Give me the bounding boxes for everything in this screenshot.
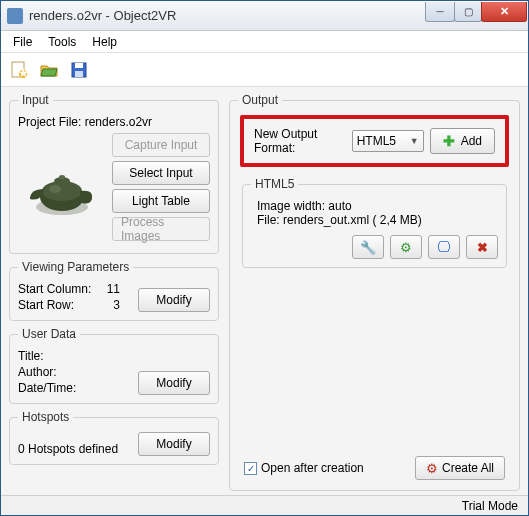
svg-rect-5 bbox=[75, 71, 83, 77]
window-controls: ─ ▢ ✕ bbox=[426, 2, 527, 22]
project-file-label: Project File: bbox=[18, 115, 81, 129]
image-width-text: Image width: auto bbox=[251, 199, 498, 213]
input-preview bbox=[18, 133, 106, 245]
maximize-icon: ▢ bbox=[464, 6, 473, 17]
create-all-label: Create All bbox=[442, 461, 494, 475]
userdata-modify-button[interactable]: Modify bbox=[138, 371, 210, 395]
input-group: Input Project File: renders.o2vr bbox=[9, 93, 219, 254]
open-after-creation-checkbox[interactable]: ✓ Open after creation bbox=[244, 461, 364, 475]
content-area: Input Project File: renders.o2vr bbox=[1, 87, 528, 495]
project-file-value: renders.o2vr bbox=[85, 115, 152, 129]
html5-output-group: HTML5 Image width: auto File: renders_ou… bbox=[242, 177, 507, 268]
user-data-group: User Data Title: Author: Date/Time: Modi… bbox=[9, 327, 219, 404]
chevron-down-icon: ▼ bbox=[410, 136, 419, 146]
project-file-row: Project File: renders.o2vr bbox=[18, 115, 210, 129]
close-icon: ✕ bbox=[500, 5, 509, 18]
save-icon bbox=[69, 60, 89, 80]
start-row-label: Start Row: bbox=[18, 298, 74, 312]
menu-help[interactable]: Help bbox=[84, 33, 125, 51]
hotspots-modify-button[interactable]: Modify bbox=[138, 432, 210, 456]
new-output-format-label: New Output Format: bbox=[254, 127, 346, 155]
teapot-icon bbox=[22, 159, 102, 219]
user-data-legend: User Data bbox=[18, 327, 80, 341]
output-preview-button[interactable]: 🖵 bbox=[428, 235, 460, 259]
capture-input-button: Capture Input bbox=[112, 133, 210, 157]
svg-rect-4 bbox=[75, 63, 83, 68]
file-line-text: File: renders_out.xml ( 2,4 MB) bbox=[251, 213, 498, 227]
open-after-label: Open after creation bbox=[261, 461, 364, 475]
output-format-value: HTML5 bbox=[357, 134, 396, 148]
hotspots-text: 0 Hotspots defined bbox=[18, 442, 118, 456]
open-project-button[interactable] bbox=[37, 58, 61, 82]
menubar: File Tools Help bbox=[1, 31, 528, 53]
left-column: Input Project File: renders.o2vr bbox=[9, 93, 219, 491]
menu-tools[interactable]: Tools bbox=[40, 33, 84, 51]
svg-point-11 bbox=[49, 185, 61, 193]
folder-open-icon bbox=[39, 60, 59, 80]
minimize-button[interactable]: ─ bbox=[425, 2, 455, 22]
select-input-button[interactable]: Select Input bbox=[112, 161, 210, 185]
right-column: Output New Output Format: HTML5 ▼ ✚ Add … bbox=[229, 93, 520, 491]
statusbar: Trial Mode bbox=[1, 495, 528, 515]
output-settings-button[interactable]: 🔧 bbox=[352, 235, 384, 259]
new-file-icon: ★ bbox=[9, 60, 29, 80]
viewing-parameters-group: Viewing Parameters Start Column:11 Start… bbox=[9, 260, 219, 321]
save-project-button[interactable] bbox=[67, 58, 91, 82]
html5-legend: HTML5 bbox=[251, 177, 298, 191]
menu-file[interactable]: File bbox=[5, 33, 40, 51]
gear-green-icon: ⚙ bbox=[400, 240, 412, 255]
title-label: Title: bbox=[18, 349, 138, 363]
window-title: renders.o2vr - Object2VR bbox=[29, 8, 426, 23]
author-label: Author: bbox=[18, 365, 138, 379]
titlebar: renders.o2vr - Object2VR ─ ▢ ✕ bbox=[1, 1, 528, 31]
start-column-label: Start Column: bbox=[18, 282, 91, 296]
maximize-button[interactable]: ▢ bbox=[454, 2, 482, 22]
output-footer: ✓ Open after creation ⚙ Create All bbox=[238, 452, 511, 482]
output-delete-button[interactable]: ✖ bbox=[466, 235, 498, 259]
gears-icon: ⚙ bbox=[426, 461, 438, 476]
output-legend: Output bbox=[238, 93, 282, 107]
svg-text:★: ★ bbox=[18, 66, 29, 80]
toolbar: ★ bbox=[1, 53, 528, 87]
plus-icon: ✚ bbox=[443, 133, 455, 149]
minimize-icon: ─ bbox=[436, 6, 443, 17]
add-output-button[interactable]: ✚ Add bbox=[430, 128, 495, 154]
start-row-value: 3 bbox=[113, 298, 138, 312]
light-table-button[interactable]: Light Table bbox=[112, 189, 210, 213]
new-output-highlight: New Output Format: HTML5 ▼ ✚ Add bbox=[240, 115, 509, 167]
monitor-icon: 🖵 bbox=[437, 239, 451, 255]
add-button-label: Add bbox=[461, 134, 482, 148]
close-button[interactable]: ✕ bbox=[481, 2, 527, 22]
hotspots-legend: Hotspots bbox=[18, 410, 73, 424]
new-project-button[interactable]: ★ bbox=[7, 58, 31, 82]
output-format-select[interactable]: HTML5 ▼ bbox=[352, 130, 424, 152]
date-label: Date/Time: bbox=[18, 381, 138, 395]
trial-mode-text: Trial Mode bbox=[462, 499, 518, 513]
output-skin-button[interactable]: ⚙ bbox=[390, 235, 422, 259]
wrench-icon: 🔧 bbox=[360, 240, 376, 255]
create-all-button[interactable]: ⚙ Create All bbox=[415, 456, 505, 480]
app-window: renders.o2vr - Object2VR ─ ▢ ✕ File Tool… bbox=[0, 0, 529, 516]
start-column-value: 11 bbox=[107, 282, 138, 296]
checkbox-checked-icon: ✓ bbox=[244, 462, 257, 475]
input-legend: Input bbox=[18, 93, 53, 107]
process-images-button: Process Images bbox=[112, 217, 210, 241]
output-group: Output New Output Format: HTML5 ▼ ✚ Add … bbox=[229, 93, 520, 491]
app-icon bbox=[7, 8, 23, 24]
x-icon: ✖ bbox=[477, 240, 488, 255]
svg-point-10 bbox=[59, 175, 65, 179]
viewing-legend: Viewing Parameters bbox=[18, 260, 133, 274]
viewing-modify-button[interactable]: Modify bbox=[138, 288, 210, 312]
hotspots-group: Hotspots 0 Hotspots defined Modify bbox=[9, 410, 219, 465]
